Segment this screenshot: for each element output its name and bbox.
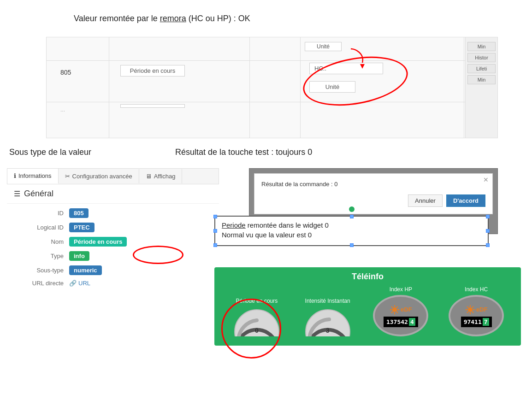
resize-handle-tl[interactable]: [213, 215, 217, 218]
sous-type-label: Sous type de la valeur: [9, 147, 91, 157]
top-annotation-text: Valeur remontée par le remora (HC ou HP)…: [74, 14, 250, 24]
svg-line-10: [396, 306, 398, 308]
edf-value-hc: 97411: [464, 318, 482, 325]
resize-handle-bm[interactable]: [350, 243, 354, 247]
period-value: Période en cours: [120, 65, 185, 76]
resize-handle-mr[interactable]: [486, 229, 490, 233]
tabs-bar: ℹ Informations ✂ Configuration avancée 🖥…: [7, 168, 219, 184]
gauge-hc-label: Index HC: [465, 286, 488, 293]
info-row-type: Type info: [14, 251, 212, 261]
left-panel: ℹ Informations ✂ Configuration avancée 🖥…: [7, 168, 219, 296]
badge-nom: Période en cours: [69, 237, 127, 247]
annuler-button[interactable]: Annuler: [408, 194, 443, 207]
edf-text-hc: eDF: [476, 306, 488, 313]
label-id: ID: [14, 210, 69, 217]
external-link-icon: 🔗: [69, 280, 77, 287]
badge-type: info: [69, 251, 89, 261]
tab-affichage[interactable]: 🖥 Affichag: [139, 169, 183, 183]
divider-v4: [464, 37, 464, 138]
min-btn-1[interactable]: Min: [467, 42, 496, 51]
tab-configuration-label: Configuration avancée: [72, 173, 132, 180]
gauge-intensite-value: 3: [326, 327, 330, 334]
gauge-index-hc: Index HC: [449, 286, 504, 336]
tab-informations[interactable]: ℹ Informations: [7, 169, 59, 184]
resultat-label: Résultat de la touche test : toujours 0: [175, 147, 312, 157]
svg-line-18: [472, 312, 473, 313]
gauge-intensite-dial: 3: [302, 306, 353, 336]
svg-line-11: [391, 312, 393, 313]
unite-cell: Unité: [309, 81, 355, 93]
resize-handle-tm[interactable]: [350, 215, 354, 218]
badge-logical-id: PTEC: [69, 223, 95, 232]
resize-handle-bl[interactable]: [213, 243, 217, 247]
edf-logo-hp: eDF: [390, 305, 412, 315]
divider-h2: [47, 102, 497, 102]
svg-line-8: [391, 306, 393, 308]
edf-digit-hp: 4: [409, 318, 415, 326]
top-screenshot-area: Unité 805 Période en cours HC.. Unité ..…: [46, 37, 498, 138]
tab-affichage-label: Affichag: [154, 173, 176, 180]
dialog-title: Résultat de la commande : 0: [261, 181, 485, 188]
lifeti-btn[interactable]: Lifeti: [467, 64, 496, 73]
svg-marker-0: [360, 64, 365, 69]
svg-line-17: [467, 306, 468, 308]
divider-h1: [47, 60, 497, 61]
gauge-periode-label: Période en cours: [236, 298, 278, 304]
id2-value: ...: [60, 106, 65, 113]
svg-line-9: [396, 312, 398, 313]
label-sous-type: Sous-type: [14, 267, 69, 274]
general-header: ☰ Général: [7, 184, 219, 204]
annotation-line1: Periode remontée dans le widget 0: [222, 221, 481, 229]
badge-sous-type: numeric: [69, 265, 102, 275]
edf-value-hp: 137542: [386, 318, 408, 325]
svg-line-20: [467, 312, 468, 313]
url-link-text: URL: [78, 280, 90, 287]
svg-line-19: [472, 306, 473, 308]
divider-v3: [300, 37, 301, 138]
id-value: 805: [60, 69, 71, 76]
edf-meter-hc: eDF 97411 7: [449, 295, 504, 336]
daccord-button[interactable]: D'accord: [446, 194, 485, 207]
min-btn-2[interactable]: Min: [467, 75, 496, 84]
dialog-buttons: Annuler D'accord: [261, 194, 485, 207]
svg-point-3: [392, 307, 397, 312]
edf-logo-hc: eDF: [465, 305, 488, 315]
resize-handle-ml[interactable]: [213, 229, 217, 233]
general-title: Général: [24, 189, 53, 199]
dialog-box: ✕ Résultat de la commande : 0 Annuler D'…: [254, 173, 493, 214]
gauge-periode-value: 0: [255, 327, 259, 334]
url-link[interactable]: 🔗 URL: [69, 280, 90, 287]
edf-digit-hc: 7: [483, 318, 489, 326]
gauge-hp-label: Index HP: [390, 286, 412, 293]
tab-configuration[interactable]: ✂ Configuration avancée: [59, 169, 139, 183]
display-icon: 🖥: [146, 173, 152, 180]
resize-handle-tr[interactable]: [486, 215, 490, 218]
badge-id: 805: [69, 208, 89, 218]
info-icon: ℹ: [14, 172, 16, 179]
dialog-close-button[interactable]: ✕: [483, 176, 489, 183]
tab-informations-label: Informations: [18, 172, 52, 179]
edf-meter-hp: eDF 137542 4: [373, 295, 428, 336]
annotation-textbox: Periode remontée dans le widget 0 Normal…: [214, 216, 489, 246]
label-type: Type: [14, 253, 69, 259]
annotation-line2: Normal vu que la valeur est 0: [222, 231, 481, 239]
info-row-sous-type: Sous-type numeric: [14, 265, 212, 275]
right-buttons: Min Histor Lifeti Min: [465, 37, 497, 138]
info-table: ID 805 Logical ID PTEC Nom Période en co…: [7, 204, 219, 296]
label-logical-id: Logical ID: [14, 224, 69, 231]
gauge-periode: Période en cours 0: [231, 298, 282, 336]
edf-display-hc: 97411 7: [461, 317, 492, 327]
config-icon: ✂: [65, 173, 70, 180]
label-nom: Nom: [14, 238, 69, 245]
svg-point-12: [468, 307, 473, 312]
gauge-periode-dial: 0: [231, 306, 282, 336]
gauge-intensite-label: Intensité Instantan: [305, 298, 350, 304]
green-dot-indicator: [349, 206, 355, 212]
histor-btn[interactable]: Histor: [467, 53, 496, 62]
teleinfo-gauges: Période en cours 0 Intensité Instantan: [221, 286, 514, 336]
edf-text-hp: eDF: [401, 306, 412, 313]
edf-icon-hp: [390, 305, 400, 315]
resize-handle-br[interactable]: [486, 243, 490, 247]
teleinfo-widget: Téléinfo Période en cours 0 Intensité In…: [214, 267, 521, 346]
red-arrow-annotation: [332, 47, 369, 70]
